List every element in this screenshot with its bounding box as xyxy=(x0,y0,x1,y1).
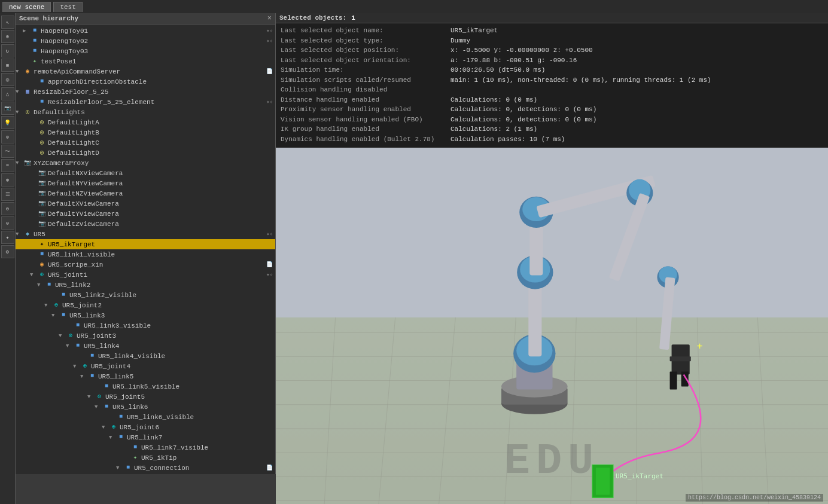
node-label-UR5_link6: UR5_link6 xyxy=(112,404,148,411)
toolbar-btn-path[interactable]: 〜 xyxy=(1,145,14,158)
tree-item-DefaultXViewCamera[interactable]: 📷DefaultXViewCamera xyxy=(16,198,275,209)
expand-arrow-UR5_joint6[interactable]: ▼ xyxy=(102,424,109,430)
tree-item-XYZCameraProxy[interactable]: ▼📷XYZCameraProxy xyxy=(16,158,275,168)
tree-item-DefaultLightB[interactable]: ◎DefaultLightB xyxy=(16,127,275,138)
tab-test[interactable]: test xyxy=(53,2,82,12)
tree-item-DefaultLightC[interactable]: ◎DefaultLightC xyxy=(16,138,275,148)
toolbar-btn-mill[interactable]: ✦ xyxy=(1,231,14,244)
tree-item-ResizableFloor_5_25[interactable]: ▼▦ResizableFloor_5_25 xyxy=(16,87,275,97)
toolbar-btn-settings[interactable]: ⚙ xyxy=(1,245,14,258)
node-icon-UR5_link5: ■ xyxy=(87,372,97,381)
expand-arrow-DefaultLights[interactable]: ▼ xyxy=(16,109,23,115)
tree-item-DefaultLightA[interactable]: ◎DefaultLightA xyxy=(16,117,275,127)
expand-arrow-UR5[interactable]: ▼ xyxy=(16,231,23,237)
tree-item-UR5_scripe_xin[interactable]: ◉UR5_scripe_xin📄 xyxy=(16,259,275,270)
node-icon-UR5_link3_visible: ■ xyxy=(73,322,83,330)
expand-arrow-ResizableFloor_5_25[interactable]: ▼ xyxy=(16,89,23,95)
info-row-5: Simulation scripts called/resumedmain: 1… xyxy=(281,75,823,85)
toolbar-btn-camera[interactable]: 📷 xyxy=(1,102,14,115)
tree-item-UR5_connection[interactable]: ▼■UR5_connection📄 xyxy=(16,463,275,473)
toolbar-btn-rotate[interactable]: ↻ xyxy=(1,44,14,57)
hierarchy-tree[interactable]: ▶■HaopengToy01✦✧■HaopengToy02✦✧■HaopengT… xyxy=(16,25,275,474)
tree-item-DefaultZViewCamera[interactable]: 📷DefaultZViewCamera xyxy=(16,219,275,229)
info-label-10: IK group handling enabled xyxy=(281,124,448,135)
node-label-UR5_scripe_xin: UR5_scripe_xin xyxy=(48,261,103,268)
tree-item-UR5_joint2[interactable]: ▼⊕UR5_joint2 xyxy=(16,300,275,310)
toolbar-btn-move[interactable]: ⊕ xyxy=(1,30,14,43)
tree-item-HaopengToy03[interactable]: ■HaopengToy03 xyxy=(16,46,275,56)
tree-item-UR5_link5_visible[interactable]: ■UR5_link5_visible xyxy=(16,381,275,392)
tree-item-HaopengToy01[interactable]: ▶■HaopengToy01✦✧ xyxy=(16,26,275,36)
tree-item-UR5_joint5[interactable]: ▼⊕UR5_joint5 xyxy=(16,392,275,402)
toolbar-btn-mirror[interactable]: ⊜ xyxy=(1,202,14,215)
tree-item-UR5_ikTarget[interactable]: ✦UR5_ikTarget xyxy=(16,239,275,249)
toolbar-btn-scale[interactable]: ⊞ xyxy=(1,59,14,72)
tree-item-DefaultNYViewCamera[interactable]: 📷DefaultNYViewCamera xyxy=(16,178,275,188)
expand-arrow-UR5_joint3[interactable]: ▼ xyxy=(59,333,66,339)
toolbar-btn-plane[interactable]: ⊝ xyxy=(1,216,14,230)
tree-item-UR5_link1_visible[interactable]: ■UR5_link1_visible xyxy=(16,249,275,259)
expand-arrow-UR5_link7[interactable]: ▼ xyxy=(109,435,116,441)
expand-arrow-UR5_link2[interactable]: ▼ xyxy=(37,282,44,288)
hierarchy-close-button[interactable]: × xyxy=(267,14,272,23)
toolbar-btn-joint[interactable]: ⊙ xyxy=(1,130,14,143)
node-label-UR5_link3_visible: UR5_link3_visible xyxy=(84,322,151,329)
toolbar-btn-target[interactable]: ◎ xyxy=(1,73,14,86)
tree-item-DefaultLights[interactable]: ▼◎DefaultLights xyxy=(16,107,275,117)
tree-item-remoteApiCommandServer[interactable]: ▼◉remoteApiCommandServer📄 xyxy=(16,66,275,77)
tree-item-DefaultLightD[interactable]: ◎DefaultLightD xyxy=(16,148,275,158)
tab-new-scene[interactable]: new scene xyxy=(2,2,51,12)
tree-item-HaopengToy02[interactable]: ■HaopengToy02✦✧ xyxy=(16,36,275,46)
expand-arrow-UR5_link3[interactable]: ▼ xyxy=(51,313,59,319)
expand-arrow-XYZCameraProxy[interactable]: ▼ xyxy=(16,160,23,166)
tree-item-DefaultYViewCamera[interactable]: 📷DefaultYViewCamera xyxy=(16,209,275,219)
tree-item-UR5_link6_visible[interactable]: ■UR5_link6_visible xyxy=(16,412,275,422)
tree-item-UR5_joint6[interactable]: ▼⊕UR5_joint6 xyxy=(16,422,275,432)
expand-arrow-UR5_link4[interactable]: ▼ xyxy=(66,343,73,349)
toolbar-btn-pointer[interactable]: ↖ xyxy=(1,16,14,29)
tree-item-DefaultNXViewCamera[interactable]: 📷DefaultNXViewCamera xyxy=(16,168,275,178)
tree-item-testPose1[interactable]: ✦testPose1 xyxy=(16,56,275,66)
tree-item-UR5_joint4[interactable]: ▼⊕UR5_joint4 xyxy=(16,361,275,371)
tree-item-UR5_link7[interactable]: ▼■UR5_link7 xyxy=(16,432,275,442)
tree-item-UR5_link3[interactable]: ▼■UR5_link3 xyxy=(16,310,275,320)
expand-arrow-UR5_connection[interactable]: ▼ xyxy=(116,465,123,471)
expand-arrow-UR5_link6[interactable]: ▼ xyxy=(95,404,102,410)
node-label-DefaultZViewCamera: DefaultZViewCamera xyxy=(48,221,119,228)
tree-item-UR5_joint3[interactable]: ▼⊕UR5_joint3 xyxy=(16,331,275,341)
tree-item-UR5_link3_visible[interactable]: ■UR5_link3_visible xyxy=(16,320,275,331)
expand-arrow-UR5_joint1[interactable]: ▼ xyxy=(30,272,37,278)
expand-arrow-UR5_joint5[interactable]: ▼ xyxy=(87,394,95,400)
tree-item-UR5_link2_visible[interactable]: ■UR5_link2_visible xyxy=(16,290,275,300)
selected-objects-label: Selected objects: xyxy=(279,14,346,22)
tree-item-UR5[interactable]: ▼◆UR5✦✧ xyxy=(16,229,275,239)
toolbar-btn-shape[interactable]: △ xyxy=(1,87,14,100)
info-label-6: Collision handling disabled xyxy=(281,85,448,95)
tree-item-DefaultNZViewCamera[interactable]: 📷DefaultNZViewCamera xyxy=(16,188,275,198)
tree-item-UR5_link4_visible[interactable]: ■UR5_link4_visible xyxy=(16,351,275,361)
expand-arrow-remoteApiCommandServer[interactable]: ▼ xyxy=(16,69,23,75)
expand-arrow-HaopengToy01[interactable]: ▶ xyxy=(23,28,30,34)
tree-item-UR5_joint1[interactable]: ▼⊕UR5_joint1✦✧ xyxy=(16,270,275,280)
tree-item-UR5_link6[interactable]: ▼■UR5_link6 xyxy=(16,402,275,412)
toolbar-btn-light[interactable]: 💡 xyxy=(1,116,14,129)
viewport[interactable]: UR5_ikTarget + EDU https://blog.csdn.net… xyxy=(276,148,828,504)
node-icon-DefaultLightC: ◎ xyxy=(37,139,47,147)
toolbar-btn-force[interactable]: ☰ xyxy=(1,188,14,201)
expand-arrow-UR5_joint4[interactable]: ▼ xyxy=(73,364,80,369)
tree-item-UR5_link5[interactable]: ▼■UR5_link5 xyxy=(16,371,275,381)
tree-item-ResizableFloor_5_25_element[interactable]: ■ResizableFloor_5_25_element✦✧ xyxy=(16,97,275,107)
svg-text:UR5_ikTarget: UR5_ikTarget xyxy=(616,472,663,480)
toolbar-btn-sensor[interactable]: ⊛ xyxy=(1,173,14,187)
tree-item-UR5_link2[interactable]: ▼■UR5_link2 xyxy=(16,280,275,290)
node-label-HaopengToy03: HaopengToy03 xyxy=(41,48,88,55)
expand-arrow-UR5_joint2[interactable]: ▼ xyxy=(44,303,51,308)
toolbar-btn-graph[interactable]: ≡ xyxy=(1,159,14,172)
info-value-7: Calculations: 0 (0 ms) xyxy=(450,95,537,105)
expand-arrow-UR5_link5[interactable]: ▼ xyxy=(80,374,87,380)
node-label-DefaultNYViewCamera: DefaultNYViewCamera xyxy=(48,180,123,187)
tree-item-UR5_link7_visible[interactable]: ■UR5_link7_visible xyxy=(16,442,275,453)
tree-item-UR5_ikTip[interactable]: ✦UR5_ikTip xyxy=(16,453,275,463)
tree-item-approachDirectionObstacle[interactable]: ■approachDirectionObstacle xyxy=(16,77,275,87)
tree-item-UR5_link4[interactable]: ▼■UR5_link4 xyxy=(16,341,275,351)
